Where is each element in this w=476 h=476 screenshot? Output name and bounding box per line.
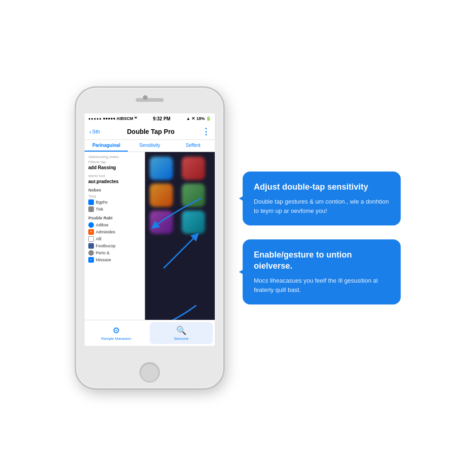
back-button[interactable]: ‹ Sth xyxy=(89,128,100,135)
app-icon-6 xyxy=(182,211,205,234)
clock: 9:32 PM xyxy=(153,116,171,121)
icon-missase: ✓ xyxy=(88,257,94,263)
icon-perio xyxy=(88,250,94,256)
section3-subheading: Tinst xyxy=(88,194,141,198)
gear-icon: ⚙ xyxy=(112,325,120,336)
callouts-container: Adjust double-tap sensitivity Double tap… xyxy=(243,172,401,304)
right-panel xyxy=(145,152,215,320)
app-icon-1 xyxy=(150,157,173,180)
left-panel: Stahisceling shiles Plltone tap add Rass… xyxy=(85,152,145,320)
callout-2: Enable/gesture to untion oielverse. Mocs… xyxy=(243,239,401,304)
section1-value: add Rassing xyxy=(88,165,141,170)
icon-adtlow xyxy=(88,222,94,228)
tab-sensitivity[interactable]: Sensitivity xyxy=(128,140,171,152)
carrier-label: ●●●●● AtBSCM ᵂ xyxy=(103,116,137,121)
list-item: Footbucop xyxy=(88,243,141,249)
section4-heading: Pouble Rakt xyxy=(88,216,141,220)
scene: ●●●●● ●●●●● AtBSCM ᵂ 9:32 PM ▲ ✕ 18% 🔋 ‹… xyxy=(0,0,476,476)
section2-label: Merto foot xyxy=(88,174,141,178)
search-icon: 🔍 xyxy=(176,325,186,336)
panel-section-1: Stahisceling shiles Plltone tap add Rass… xyxy=(88,155,141,170)
status-right: ▲ ✕ 18% 🔋 xyxy=(186,116,211,121)
section1-sublabel: Plltone tap xyxy=(88,160,141,164)
app-title: Double Tap Pro xyxy=(127,128,174,135)
list-item: Tisk xyxy=(88,206,141,212)
list-item: Adtlow xyxy=(88,222,141,228)
more-button[interactable]: ⋮ xyxy=(202,126,210,137)
section1-label: Stahisceling shiles xyxy=(88,155,141,159)
status-bar: ●●●●● ●●●●● AtBSCM ᵂ 9:32 PM ▲ ✕ 18% 🔋 xyxy=(85,113,215,124)
tab-seffent[interactable]: Seffent xyxy=(172,140,215,152)
app-icon-2 xyxy=(182,157,205,180)
icon-tisk xyxy=(88,206,94,212)
section3-heading: Nobes xyxy=(88,188,141,192)
phone-speaker xyxy=(136,98,164,102)
phone-camera xyxy=(143,95,148,100)
list-item: Perio & xyxy=(88,250,141,256)
tabs-bar: Parinaguinal Sensitivity Seffent xyxy=(85,140,215,152)
status-left: ●●●●● ●●●●● AtBSCM ᵂ xyxy=(88,116,137,121)
icon-admieides: ✕ xyxy=(88,229,94,235)
battery-label: ▲ ✕ 18% 🔋 xyxy=(186,116,211,121)
app-icon-3 xyxy=(150,184,173,207)
callout-1-title: Adjust double-tap sensitivity xyxy=(254,182,390,192)
tab-bar-label-2: Sencone xyxy=(174,337,189,341)
callout-2-title: Enable/gesture to untion oielverse. xyxy=(254,250,390,271)
app-grid xyxy=(145,152,215,238)
app-icon-4 xyxy=(182,184,205,207)
icon-alll xyxy=(88,236,94,242)
icon-footbucop xyxy=(88,243,94,249)
home-button[interactable] xyxy=(139,362,160,383)
phone-frame: ●●●●● ●●●●● AtBSCM ᵂ 9:32 PM ▲ ✕ 18% 🔋 ‹… xyxy=(75,87,224,389)
callout-2-text: Mocs liheacasues you feelf the Ill gesus… xyxy=(254,276,390,294)
list-item: Alll xyxy=(88,236,141,242)
back-chevron-icon: ‹ xyxy=(89,128,91,135)
callout-1-text: Double tap gestures & um contion., wle a… xyxy=(254,197,390,215)
app-header: ‹ Sth Double Tap Pro ⋮ xyxy=(85,124,215,140)
tab-bar-rample[interactable]: ⚙ Rample Manasion xyxy=(85,320,148,346)
callout-1: Adjust double-tap sensitivity Double tap… xyxy=(243,172,401,225)
panel-section-2: Merto foot aur.pradectes xyxy=(88,174,141,184)
list-item: Bgphx xyxy=(88,199,141,205)
list-item: ✓ Missase xyxy=(88,257,141,263)
icon-bgphx xyxy=(88,199,94,205)
phone-screen: ●●●●● ●●●●● AtBSCM ᵂ 9:32 PM ▲ ✕ 18% 🔋 ‹… xyxy=(85,113,215,346)
section2-value: aur.pradectes xyxy=(88,179,141,184)
app-icon-5 xyxy=(150,211,173,234)
tab-bar-sencone[interactable]: 🔍 Sencone xyxy=(150,322,213,344)
back-label: Sth xyxy=(92,129,100,134)
phone-mockup: ●●●●● ●●●●● AtBSCM ᵂ 9:32 PM ▲ ✕ 18% 🔋 ‹… xyxy=(75,87,224,389)
signal-dots: ●●●●● xyxy=(88,117,102,121)
tab-parinaguinal[interactable]: Parinaguinal xyxy=(85,140,128,152)
screen-body: Stahisceling shiles Plltone tap add Rass… xyxy=(85,152,215,320)
panel-section-3: Nobes Tinst Bgphx Tisk xyxy=(88,188,141,212)
list-item: ✕ Admieides xyxy=(88,229,141,235)
tab-bar-label-1: Rample Manasion xyxy=(101,337,131,341)
bottom-tab-bar: ⚙ Rample Manasion 🔍 Sencone xyxy=(85,320,215,346)
panel-section-4: Pouble Rakt Adtlow ✕ Admieides xyxy=(88,216,141,263)
